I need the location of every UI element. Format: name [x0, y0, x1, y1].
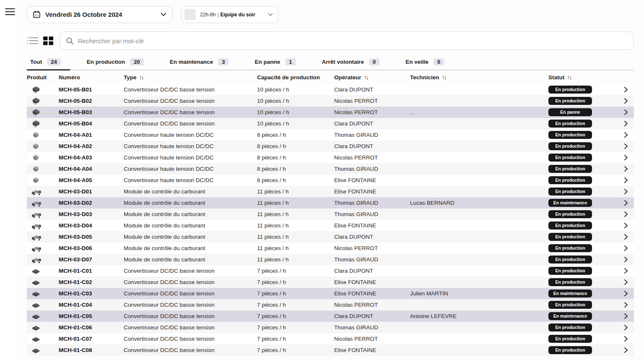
row-chevron-icon[interactable]	[620, 234, 634, 240]
table-row[interactable]: MCH-03-D05 Module de contrôle du carbura…	[27, 231, 634, 243]
machine-type: Convertisseur haute tension DC/DC	[124, 143, 257, 149]
row-chevron-icon[interactable]	[620, 347, 634, 353]
row-chevron-icon[interactable]	[620, 120, 634, 127]
status-badge: En maintenance	[548, 290, 592, 297]
row-chevron-icon[interactable]	[620, 313, 634, 319]
lv-converter-chip-icon	[31, 335, 41, 343]
machine-number: MCH-03-D05	[59, 234, 124, 240]
hamburger-menu-icon[interactable]	[5, 8, 15, 16]
table-row[interactable]: MCH-04-A02 Convertisseur haute tension D…	[27, 141, 634, 152]
row-chevron-icon[interactable]	[620, 279, 634, 285]
date-selector[interactable]: Vendredi 26 Octobre 2024	[27, 6, 173, 23]
grid-view-icon[interactable]	[43, 36, 54, 46]
sort-icon[interactable]: ↑↓	[442, 74, 446, 81]
table-row[interactable]: MCH-03-D06 Module de contrôle du carbura…	[27, 243, 634, 254]
view-toggles	[27, 36, 60, 46]
table-row[interactable]: MCH-05-B03 Convertisseur DC/DC basse ten…	[27, 107, 634, 118]
tab-en-veille[interactable]: En veille0	[396, 56, 453, 70]
row-chevron-icon[interactable]	[620, 98, 634, 104]
table-row[interactable]: MCH-04-A01 Convertisseur haute tension D…	[27, 129, 634, 141]
table-row[interactable]: MCH-03-D04 Module de contrôle du carbura…	[27, 220, 634, 231]
table-row[interactable]: MCH-05-B02 Convertisseur DC/DC basse ten…	[27, 95, 634, 107]
status-cell: En maintenance	[548, 199, 620, 207]
machine-number: MCH-05-B03	[59, 109, 124, 115]
table-row[interactable]: MCH-01-C05 Convertisseur DC/DC basse ten…	[27, 310, 634, 322]
tab-en-panne[interactable]: En panne1	[245, 56, 305, 70]
sort-icon[interactable]: ↑↓	[139, 74, 143, 81]
row-chevron-icon[interactable]	[620, 245, 634, 251]
dc-converter-module-icon	[31, 108, 41, 117]
row-chevron-icon[interactable]	[620, 200, 634, 206]
table-row[interactable]: MCH-01-C01 Convertisseur DC/DC basse ten…	[27, 265, 634, 277]
status-cell: En production	[548, 222, 620, 230]
table-row[interactable]: MCH-01-C08 Convertisseur DC/DC basse ten…	[27, 344, 634, 356]
row-chevron-icon[interactable]	[620, 211, 634, 217]
row-chevron-icon[interactable]	[620, 86, 634, 93]
machine-number: MCH-04-A03	[59, 154, 124, 161]
table-row[interactable]: MCH-03-D01 Module de contrôle du carbura…	[27, 186, 634, 197]
status-badge: En production	[548, 97, 592, 105]
tab-en-maintenance[interactable]: En maintenance3	[161, 56, 238, 70]
tab-tout[interactable]: Tout24	[27, 56, 70, 70]
row-chevron-icon[interactable]	[620, 268, 634, 274]
table-row[interactable]: MCH-03-D02 Module de contrôle du carbura…	[27, 197, 634, 209]
status-cell: En maintenance	[548, 290, 620, 297]
machine-number: MCH-03-D03	[59, 211, 124, 217]
machine-type: Module de contrôle du carburant	[124, 200, 257, 206]
machine-number: MCH-01-C07	[59, 336, 124, 342]
production-capacity: 11 pièces / h	[257, 256, 334, 263]
status-filter-tabs: Tout24En production20En maintenance3En p…	[27, 56, 634, 70]
row-chevron-icon[interactable]	[620, 256, 634, 263]
table-row[interactable]: MCH-04-A04 Convertisseur haute tension D…	[27, 163, 634, 175]
table-row[interactable]: MCH-01-C06 Convertisseur DC/DC basse ten…	[27, 322, 634, 333]
sort-icon[interactable]: ↑↓	[567, 74, 571, 81]
row-chevron-icon[interactable]	[620, 302, 634, 308]
table-row[interactable]: MCH-01-C07 Convertisseur DC/DC basse ten…	[27, 333, 634, 344]
row-chevron-icon[interactable]	[620, 290, 634, 297]
tab-arr-t-volontaire[interactable]: Arrêt volontaire0	[312, 56, 389, 70]
row-chevron-icon[interactable]	[620, 336, 634, 342]
sort-icon[interactable]: ↑↓	[364, 74, 368, 81]
shift-image-placeholder	[184, 9, 196, 20]
table-row[interactable]: MCH-04-A03 Convertisseur haute tension D…	[27, 152, 634, 163]
table-row[interactable]: MCH-03-D07 Module de contrôle du carbura…	[27, 254, 634, 265]
header-product: Produit	[27, 74, 59, 81]
tab-en-production[interactable]: En production20	[78, 56, 153, 70]
row-chevron-icon[interactable]	[620, 222, 634, 229]
hv-converter-icon	[31, 176, 41, 185]
operator-name: Nicolas PERROT	[334, 245, 410, 251]
tab-count-badge: 20	[130, 58, 143, 65]
table-row[interactable]: MCH-03-D03 Module de contrôle du carbura…	[27, 209, 634, 220]
row-chevron-icon[interactable]	[620, 188, 634, 195]
row-chevron-icon[interactable]	[620, 177, 634, 183]
row-chevron-icon[interactable]	[620, 166, 634, 172]
row-chevron-icon[interactable]	[620, 324, 634, 331]
fuel-control-module-icon	[31, 221, 42, 230]
status-badge: En production	[548, 346, 592, 354]
production-capacity: 11 pièces / h	[257, 188, 334, 195]
row-chevron-icon[interactable]	[620, 154, 634, 161]
table-row[interactable]: MCH-05-B01 Convertisseur DC/DC basse ten…	[27, 84, 634, 95]
status-badge: En production	[548, 154, 592, 162]
operator-name: Elise FONTAINE	[334, 279, 410, 285]
table-row[interactable]: MCH-01-C04 Convertisseur DC/DC basse ten…	[27, 299, 634, 310]
search-input[interactable]	[78, 37, 628, 44]
row-chevron-icon[interactable]	[620, 132, 634, 138]
tab-count-badge: 3	[218, 58, 229, 65]
shift-selector[interactable]: 22h-6h|Equipe du soir	[181, 6, 278, 23]
production-capacity: 8 pièces / h	[257, 177, 334, 183]
production-capacity: 8 pièces / h	[257, 154, 334, 161]
status-badge: En production	[548, 335, 592, 343]
row-chevron-icon[interactable]	[620, 109, 634, 115]
production-capacity: 10 pièces / h	[257, 98, 334, 104]
row-chevron-icon[interactable]	[620, 143, 634, 149]
table-row[interactable]: MCH-04-A05 Convertisseur haute tension D…	[27, 175, 634, 186]
production-capacity: 8 pièces / h	[257, 143, 334, 149]
production-capacity: 7 pièces / h	[257, 279, 334, 285]
table-row[interactable]: MCH-01-C03 Convertisseur DC/DC basse ten…	[27, 288, 634, 299]
status-cell: En production	[548, 301, 620, 309]
table-row[interactable]: MCH-05-B04 Convertisseur DC/DC basse ten…	[27, 118, 634, 129]
status-cell: En production	[548, 188, 620, 196]
table-row[interactable]: MCH-01-C02 Convertisseur DC/DC basse ten…	[27, 277, 634, 288]
list-view-icon[interactable]	[27, 36, 39, 46]
